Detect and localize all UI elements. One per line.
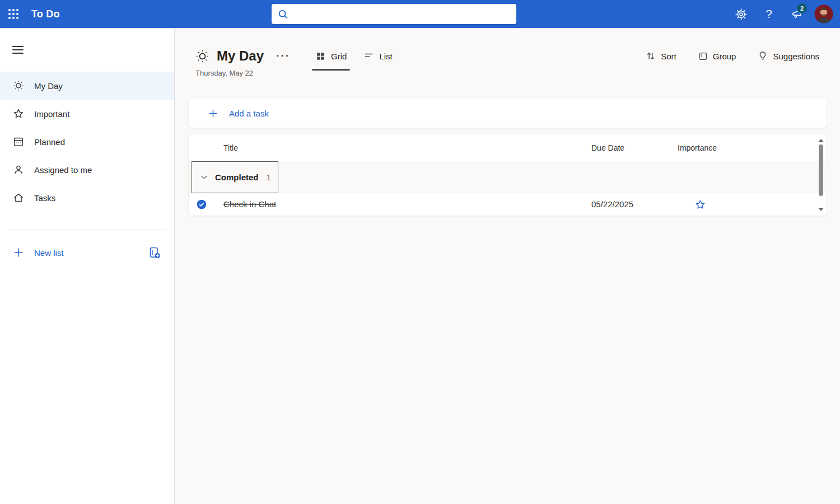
search-input[interactable] — [293, 10, 511, 18]
hamburger-menu-button[interactable] — [12, 44, 24, 56]
grid-icon — [315, 51, 326, 62]
tab-grid-label: Grid — [331, 52, 347, 61]
grid-header-row: Title Due Date Importance — [189, 134, 827, 161]
app-launcher-button[interactable] — [0, 0, 27, 28]
sidebar-item-important[interactable]: Important — [0, 100, 174, 128]
create-group-button[interactable] — [147, 245, 162, 260]
sidebar-item-label: Important — [34, 109, 69, 119]
chevron-down-icon — [199, 172, 209, 182]
more-options-button[interactable]: ··· — [273, 48, 293, 64]
sidebar-item-label: Planned — [34, 137, 65, 147]
tab-list-label: List — [379, 52, 392, 61]
home-icon — [12, 192, 25, 204]
completed-group-label: Completed — [215, 172, 259, 182]
scrollbar-track[interactable] — [817, 142, 825, 208]
page-date: Thursday, May 22 — [195, 69, 253, 77]
help-button[interactable]: ? — [755, 0, 783, 28]
notification-badge: 2 — [797, 3, 807, 13]
new-list-button[interactable]: New list — [12, 246, 147, 259]
list-icon — [363, 51, 374, 62]
task-due-date: 05/22/2025 — [591, 199, 633, 209]
sidebar-item-label: Tasks — [34, 193, 55, 203]
sun-icon — [12, 80, 25, 92]
lightbulb-icon — [757, 50, 768, 62]
suggestions-button[interactable]: Suggestions — [757, 50, 819, 62]
task-grid: Title Due Date Importance Completed 1 — [189, 134, 827, 216]
scrollbar-thumb[interactable] — [819, 144, 823, 196]
view-tabs: Grid List — [307, 43, 401, 69]
avatar — [814, 4, 833, 24]
feedback-button[interactable]: 2 — [783, 0, 811, 28]
sidebar-item-my-day[interactable]: My Day — [0, 72, 174, 100]
tab-grid[interactable]: Grid — [310, 43, 352, 69]
add-task-button[interactable]: Add a task — [189, 99, 827, 128]
app-title: To Do — [31, 8, 60, 20]
scrollbar-down-arrow[interactable] — [818, 208, 824, 211]
star-icon — [12, 108, 25, 120]
settings-button[interactable] — [727, 0, 755, 28]
page-title: My Day — [217, 48, 264, 64]
task-completed-checkbox[interactable] — [196, 199, 207, 210]
sidebar-divider — [8, 230, 166, 230]
group-button[interactable]: Group — [698, 51, 736, 62]
completed-group-count: 1 — [267, 172, 271, 182]
sidebar: My Day Important Planned — [0, 28, 175, 504]
calendar-icon — [12, 136, 25, 148]
sidebar-item-planned[interactable]: Planned — [0, 128, 174, 156]
sidebar-item-assigned-to-me[interactable]: Assigned to me — [0, 156, 174, 184]
sort-label: Sort — [661, 52, 676, 61]
topbar: To Do ? — [0, 0, 840, 28]
sidebar-item-label: My Day — [34, 81, 63, 91]
sidebar-item-label: Assigned to me — [34, 165, 92, 175]
completed-group-toggle[interactable]: Completed 1 — [192, 161, 278, 193]
plus-icon — [12, 246, 25, 259]
new-list-label: New list — [34, 248, 64, 258]
add-task-plus-icon — [208, 108, 218, 119]
group-label: Group — [713, 52, 736, 61]
my-day-sun-icon — [195, 49, 210, 64]
header-actions: Sort Group Suggestions — [645, 50, 819, 62]
table-scrollbar — [817, 137, 825, 213]
topbar-right: ? 2 — [727, 0, 837, 28]
help-icon: ? — [766, 7, 772, 21]
gear-icon — [735, 8, 748, 21]
column-header-title[interactable]: Title — [223, 143, 588, 152]
search-icon — [277, 8, 289, 20]
new-list-row: New list — [0, 238, 174, 267]
suggestions-label: Suggestions — [773, 52, 819, 61]
add-task-label: Add a task — [229, 109, 269, 118]
completed-group-row: Completed 1 — [189, 161, 827, 193]
person-icon — [12, 164, 25, 176]
task-title[interactable]: Check in Chat — [223, 199, 276, 209]
new-group-icon — [148, 246, 161, 259]
task-row: Check in Chat 05/22/2025 — [189, 193, 827, 216]
sort-arrows-icon — [645, 50, 656, 62]
search-box — [272, 4, 516, 24]
tab-list[interactable]: List — [358, 43, 398, 69]
sidebar-item-tasks[interactable]: Tasks — [0, 184, 174, 212]
column-header-importance[interactable]: Importance — [678, 143, 827, 152]
main-header: My Day ··· Grid — [195, 43, 819, 69]
group-icon — [698, 51, 708, 62]
column-header-due-date[interactable]: Due Date — [588, 143, 678, 152]
importance-star-button[interactable] — [694, 199, 706, 211]
main-content: My Day ··· Grid — [175, 28, 840, 504]
waffle-icon — [8, 9, 18, 19]
account-button[interactable] — [811, 0, 837, 28]
sort-button[interactable]: Sort — [645, 50, 676, 62]
